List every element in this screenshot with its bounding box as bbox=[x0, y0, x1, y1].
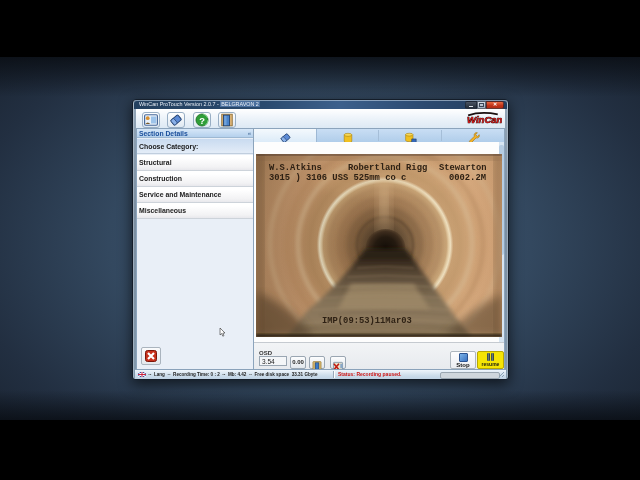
svg-text:WinCan: WinCan bbox=[467, 114, 502, 125]
svg-text:?: ? bbox=[199, 116, 205, 126]
